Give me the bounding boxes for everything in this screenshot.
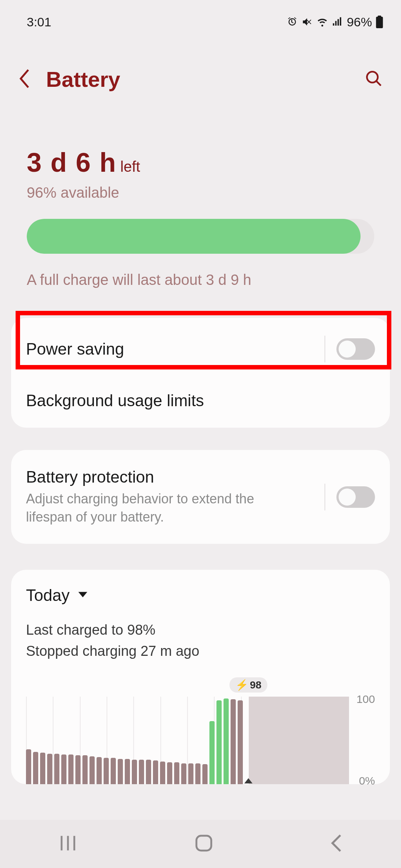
chart-future-shade	[249, 697, 349, 784]
status-icons: 96%	[287, 15, 383, 29]
chart-bar	[104, 758, 109, 784]
svg-rect-1	[378, 16, 381, 17]
chart-bar	[132, 760, 137, 784]
battery-chart[interactable]: ⚡ 98 100 0%	[26, 680, 375, 784]
search-button[interactable]	[365, 69, 383, 89]
chart-bar	[75, 755, 81, 784]
y-axis-bottom: 0%	[359, 775, 375, 787]
time-remaining: 3 d 6 h	[27, 147, 117, 178]
chart-bar	[153, 760, 158, 784]
usage-card: Today Last charged to 98% Stopped chargi…	[11, 570, 390, 784]
chart-bar	[40, 753, 45, 784]
settings-card-1: Power saving Background usage limits	[11, 318, 390, 428]
chart-bars	[26, 697, 243, 784]
status-battery-text: 96%	[347, 15, 372, 29]
chart-bar	[125, 759, 130, 784]
chart-bar	[47, 754, 52, 785]
power-saving-row[interactable]: Power saving	[11, 318, 390, 380]
divider	[325, 484, 325, 510]
dropdown-icon	[78, 592, 87, 599]
battery-protection-label: Battery protection	[26, 468, 264, 486]
chart-bar	[68, 754, 74, 784]
background-limits-label: Background usage limits	[26, 391, 375, 410]
chart-bar	[33, 752, 38, 784]
battery-protection-toggle[interactable]	[336, 486, 375, 508]
settings-card-2: Battery protection Adjust charging behav…	[11, 450, 390, 544]
chart-bar	[146, 760, 151, 784]
bolt-icon: ⚡	[235, 679, 248, 691]
wifi-icon	[316, 16, 328, 27]
battery-protection-subtitle: Adjust charging behavior to extend the l…	[26, 490, 264, 526]
usage-info: Last charged to 98% Stopped charging 27 …	[26, 619, 375, 662]
background-limits-row[interactable]: Background usage limits	[11, 380, 390, 428]
battery-icon	[376, 16, 383, 28]
back-nav-button[interactable]	[330, 834, 343, 854]
power-saving-label: Power saving	[26, 340, 325, 358]
battery-bar	[27, 219, 374, 254]
recents-button[interactable]	[58, 835, 78, 853]
chart-bar	[89, 756, 95, 785]
chart-bar	[82, 755, 88, 784]
period-label: Today	[26, 586, 69, 605]
full-charge-estimate: A full charge will last about 3 d 9 h	[27, 272, 374, 288]
svg-rect-6	[196, 836, 211, 851]
chart-bar	[216, 700, 222, 785]
chart-current-marker	[244, 778, 252, 785]
navigation-bar	[0, 820, 401, 868]
chart-bar	[111, 758, 116, 784]
chart-bar	[54, 754, 59, 785]
chart-bar	[195, 763, 200, 785]
svg-point-2	[367, 72, 378, 82]
chart-bar	[167, 762, 172, 784]
chart-bar	[224, 698, 229, 784]
battery-available: 96% available	[27, 184, 374, 201]
last-charged-text: Last charged to 98%	[26, 619, 375, 641]
time-remaining-suffix: left	[120, 158, 140, 175]
badge-value: 98	[250, 679, 261, 691]
chart-bar	[160, 762, 165, 784]
chart-peak-badge: ⚡ 98	[229, 677, 267, 693]
divider	[325, 336, 325, 362]
chart-bar	[181, 763, 186, 785]
chart-bar	[26, 749, 31, 784]
status-time: 3:01	[27, 15, 51, 29]
chart-bar	[61, 754, 66, 784]
chart-bar	[238, 700, 243, 785]
back-button[interactable]	[18, 69, 31, 90]
alarm-icon	[287, 16, 298, 27]
battery-summary: 3 d 6 h left 96% available A full charge…	[27, 103, 374, 299]
chart-bar	[209, 721, 215, 784]
chart-bar	[174, 762, 179, 784]
y-axis-top: 100	[356, 693, 375, 706]
signal-icon	[332, 16, 343, 27]
stopped-charging-text: Stopped charging 27 m ago	[26, 641, 375, 662]
chart-bar	[97, 757, 102, 784]
header: Battery	[0, 33, 401, 103]
status-bar: 3:01 96%	[0, 0, 401, 33]
page-title: Battery	[46, 67, 120, 92]
battery-protection-row[interactable]: Battery protection Adjust charging behav…	[11, 450, 390, 544]
chart-bar	[118, 759, 123, 784]
svg-rect-0	[376, 17, 383, 28]
battery-bar-fill	[27, 219, 361, 254]
chart-bar	[139, 760, 144, 784]
chart-bar	[188, 763, 193, 785]
chart-bar	[231, 699, 236, 784]
power-saving-toggle[interactable]	[336, 338, 375, 360]
period-selector[interactable]: Today	[26, 586, 375, 605]
mute-icon	[301, 16, 313, 27]
chart-bar	[202, 764, 208, 784]
home-button[interactable]	[195, 834, 213, 854]
